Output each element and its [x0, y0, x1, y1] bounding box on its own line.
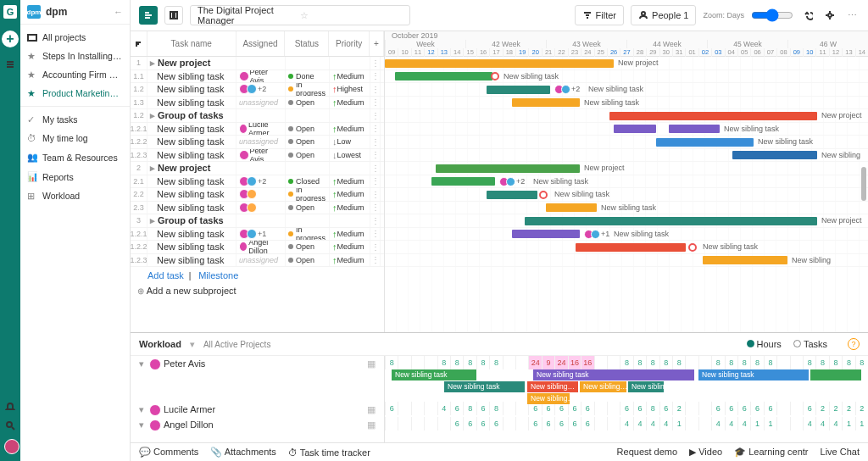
gantt-bar[interactable] — [487, 86, 550, 94]
milestone-icon[interactable] — [688, 243, 697, 252]
back-icon[interactable]: ← — [114, 7, 123, 17]
gantt-bar[interactable] — [546, 203, 597, 212]
star-icon[interactable]: ☆ — [300, 10, 403, 21]
help-icon[interactable]: ? — [848, 338, 860, 350]
hours-radio[interactable]: Hours — [747, 339, 782, 349]
gantt-row[interactable] — [385, 188, 868, 202]
task-row[interactable]: 1.2.2 New sibling task Angel Dillon Open… — [131, 241, 384, 254]
gantt-bar[interactable] — [512, 230, 580, 238]
workload-bar[interactable]: New sibling task — [444, 381, 525, 392]
gantt-bar[interactable] — [669, 125, 720, 133]
user-avatar[interactable] — [4, 439, 19, 454]
task-row[interactable]: 1 ▸New project ⋮ — [131, 57, 384, 70]
calendar-icon[interactable]: ▦ — [367, 419, 376, 430]
calendar-icon[interactable]: ▦ — [367, 404, 376, 415]
workload-bar[interactable] — [810, 369, 861, 380]
row-menu-icon[interactable]: ⋮ — [370, 83, 381, 96]
task-row[interactable]: 1.2.3 New sibling task Peter Avis Open ↓… — [131, 149, 384, 163]
workload-filter[interactable]: All Active Projects — [203, 340, 270, 349]
video-link[interactable]: ▶ Video — [689, 447, 722, 458]
time-tracker-tab[interactable]: ⏱ Task time tracker — [288, 447, 370, 458]
task-row[interactable]: 1.1 New sibling task Peter Avis Done ↑Me… — [131, 70, 384, 84]
people-button[interactable]: People 1 — [631, 5, 696, 25]
workload-bar[interactable]: New sibling… — [527, 393, 570, 404]
task-row[interactable]: 1.2 ▸Group of tasks ⋮ — [131, 109, 384, 123]
sidebar-nav-item[interactable]: ⏱My time log — [20, 129, 130, 147]
tasks-radio[interactable]: Tasks — [793, 339, 827, 349]
task-row[interactable]: 1.2 New sibling task +2 In progress ↑Hig… — [131, 83, 384, 97]
task-row[interactable]: 2 ▸New project ⋮ — [131, 162, 384, 175]
task-row[interactable]: 1.2.1 New sibling task Lucile Armer Open… — [131, 123, 384, 136]
workload-bar[interactable]: New sibling… — [628, 381, 664, 392]
row-menu-icon[interactable]: ⋮ — [370, 214, 381, 227]
zoom-slider[interactable] — [751, 8, 793, 22]
logo-icon[interactable]: G — [3, 5, 17, 19]
row-menu-icon[interactable]: ⋮ — [370, 188, 381, 201]
sidebar-project[interactable]: ★Product Marketing Plan Te… — [20, 84, 130, 103]
gantt-bar[interactable] — [703, 256, 787, 264]
workload-bar[interactable]: New sibling task — [698, 369, 809, 380]
workload-person-row[interactable]: ▾Peter Avis▦ — [131, 356, 384, 402]
comments-tab[interactable]: 💬 Comments — [139, 447, 198, 458]
task-row[interactable]: 2.3 New sibling task Open ↑Medium ⋮ — [131, 202, 384, 215]
gantt-bar[interactable] — [614, 125, 656, 133]
row-menu-icon[interactable]: ⋮ — [370, 97, 381, 109]
request-demo[interactable]: Request demo — [617, 447, 678, 458]
row-menu-icon[interactable]: ⋮ — [370, 241, 381, 253]
row-menu-icon[interactable]: ⋮ — [370, 254, 381, 267]
task-row[interactable]: 1.2.1 New sibling task +1 In progress ↑M… — [131, 228, 384, 242]
row-menu-icon[interactable]: ⋮ — [370, 136, 381, 148]
gantt-bar[interactable] — [487, 191, 537, 199]
row-menu-icon[interactable]: ⋮ — [370, 175, 381, 188]
calendar-icon[interactable]: ▦ — [367, 358, 376, 369]
row-menu-icon[interactable]: ⋮ — [370, 109, 381, 122]
bell-icon[interactable] — [5, 402, 15, 412]
task-row[interactable]: 1.2.2 New sibling task unassigned Open ↓… — [131, 136, 384, 149]
add-subproject[interactable]: ⊕ Add a new subproject — [131, 284, 384, 297]
sort-icon[interactable] — [131, 31, 147, 56]
sidebar-nav-item[interactable]: ⊞Workload — [20, 186, 130, 205]
gantt-bar[interactable] — [385, 59, 614, 68]
project-title[interactable]: The Digital Project Manager ☆ — [190, 5, 410, 25]
sidebar-project[interactable]: ★Accounting Firm Marketing… — [20, 65, 130, 84]
workload-bar[interactable]: New sibling task — [533, 369, 694, 380]
add-task-link[interactable]: Add task — [147, 270, 184, 280]
gantt-bar[interactable] — [395, 72, 492, 81]
workload-bar[interactable]: New sibling… — [527, 381, 578, 392]
task-row[interactable]: 2.2 New sibling task In progress ↑Medium… — [131, 188, 384, 202]
task-row[interactable]: 1.3 New sibling task unassigned Open ↑Me… — [131, 97, 384, 110]
row-menu-icon[interactable]: ⋮ — [370, 70, 381, 83]
gantt-bar[interactable] — [512, 98, 580, 107]
workload-person-row[interactable]: ▾Angel Dillon▦ — [131, 417, 384, 432]
gantt-bar[interactable] — [431, 177, 495, 186]
sidebar-nav-item[interactable]: ✓My tasks — [20, 110, 130, 129]
gantt-bar[interactable] — [656, 138, 754, 147]
add-button[interactable]: + — [2, 31, 19, 47]
gantt-bar[interactable] — [525, 217, 817, 225]
row-menu-icon[interactable]: ⋮ — [370, 228, 381, 241]
milestone-icon[interactable] — [539, 191, 548, 199]
sidebar-project[interactable]: ★Steps In Installing Rack Mo… — [20, 47, 130, 65]
add-column-button[interactable]: + — [370, 31, 384, 56]
task-row[interactable]: 3 ▸Group of tasks ⋮ — [131, 214, 384, 228]
attachments-tab[interactable]: 📎 Attachments — [210, 447, 276, 458]
row-menu-icon[interactable]: ⋮ — [370, 202, 381, 214]
live-chat[interactable]: Live Chat — [821, 447, 860, 458]
workload-bar[interactable]: New sibling… — [580, 381, 626, 392]
gantt-bar[interactable] — [576, 243, 686, 252]
row-menu-icon[interactable]: ⋮ — [370, 162, 381, 175]
task-row[interactable]: 2.1 New sibling task +2 Closed ↑Medium ⋮ — [131, 175, 384, 189]
undo-icon[interactable] — [800, 8, 815, 23]
gantt-bar[interactable] — [609, 112, 817, 120]
sidebar-nav-item[interactable]: 📊Reports — [20, 167, 130, 186]
workload-bar[interactable]: New sibling task — [392, 369, 476, 380]
sidebar-nav-item[interactable]: 👥Team & Resources — [20, 147, 130, 167]
row-menu-icon[interactable]: ⋮ — [370, 57, 381, 69]
task-row[interactable]: 1.2.3 New sibling task unassigned Open ↑… — [131, 254, 384, 268]
filter-button[interactable]: Filter — [575, 5, 624, 25]
workload-person-row[interactable]: ▾Lucile Armer▦ — [131, 402, 384, 417]
sidebar-all-projects[interactable]: All projects — [20, 28, 130, 47]
gantt-view-button[interactable] — [139, 6, 158, 25]
board-view-button[interactable] — [164, 6, 183, 25]
gantt-chart[interactable]: October 2019 Week42 Week43 Week44 Week45… — [385, 31, 868, 332]
